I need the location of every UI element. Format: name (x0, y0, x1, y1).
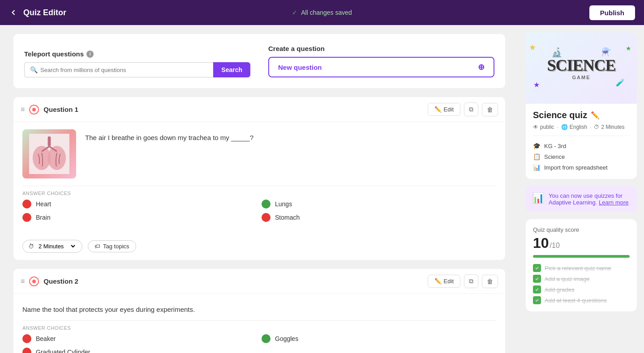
question-2-body: Name the tool that protects your eyes du… (13, 294, 505, 353)
back-button[interactable] (9, 8, 18, 17)
choice-goggles: Goggles (262, 334, 496, 343)
quiz-badges: 👁 public · 🌐 English · ⏱ 2 Minutes (533, 124, 630, 130)
eye-icon: 👁 (533, 124, 538, 130)
question-2-text: Name the tool that protects your eyes du… (22, 301, 496, 315)
adaptive-banner: 📊 You can now use quizzes for Adaptive L… (526, 186, 637, 212)
language-badge: 🌐 English (561, 124, 587, 130)
quality-items: ✓ Pick a relevant quiz name ✓ Add a quiz… (533, 264, 630, 304)
delete-button-1[interactable]: 🗑 (482, 103, 498, 116)
quiz-title-row: Science quiz ✏️ (533, 110, 630, 120)
question-1-header: ≡ Question 1 ✏️ Edit ⧉ 🗑 (13, 97, 505, 122)
duration-badge: ⏱ 2 Minutes (594, 124, 624, 130)
question-1-label: Question 1 (43, 106, 427, 113)
quality-item-3: ✓ Add grades (533, 285, 630, 293)
question-1-actions: ✏️ Edit ⧉ 🗑 (428, 102, 498, 116)
meta-rows: 🎓 KG - 3rd 📋 Science 📊 Import from sprea… (533, 136, 630, 173)
target-icon (29, 105, 39, 115)
quality-label: Quiz quality score (533, 226, 630, 233)
saved-text: All changes saved (301, 9, 352, 16)
edit-icon: ✏️ (434, 106, 442, 113)
top-section: Teleport questions i 🔍 Search Create a q… (13, 34, 505, 88)
info-icon: i (86, 51, 94, 58)
search-input-wrap: 🔍 (24, 62, 213, 77)
quiz-title: Science quiz (533, 110, 587, 120)
edit-icon-2: ✏️ (434, 278, 442, 285)
drag-handle-icon[interactable]: ≡ (21, 106, 25, 114)
question-1-text: The air I breathe in goes down my trache… (85, 129, 253, 143)
question-2-header: ≡ Question 2 ✏️ Edit ⧉ 🗑 (13, 269, 505, 294)
quiz-meta: Science quiz ✏️ 👁 public · 🌐 English · (526, 104, 637, 179)
quality-card: Quiz quality score 10 /10 ✓ Pick a relev… (526, 219, 637, 311)
delete-button-2[interactable]: 🗑 (482, 275, 498, 288)
save-status: ✓ All changes saved (292, 9, 352, 16)
choice-dot-red-2 (22, 213, 31, 222)
main-layout: Teleport questions i 🔍 Search Create a q… (0, 25, 644, 353)
copy-button-2[interactable]: ⧉ (464, 274, 478, 288)
answer-choices-label-1: answer choices (22, 186, 496, 196)
search-row: 🔍 Search (24, 62, 250, 77)
tag-topics-button-1[interactable]: 🏷 Tag topics (88, 240, 136, 252)
svg-point-3 (48, 146, 66, 170)
lang-icon: 🌐 (561, 124, 568, 130)
question-2-actions: ✏️ Edit ⧉ 🗑 (428, 274, 498, 288)
plus-icon: ⊕ (478, 62, 485, 72)
check-3: ✓ (533, 285, 541, 293)
adaptive-icon: 📊 (532, 192, 544, 204)
choices-grid-1: Heart Lungs Brain Stomach (22, 200, 496, 222)
quiz-info-card: SCIENCE GAME ★ ★ ★ 🔬 ⚗️ 🧪 Science quiz ✏… (526, 32, 637, 179)
question-card-2: ≡ Question 2 ✏️ Edit ⧉ 🗑 Name the tool t… (13, 269, 505, 353)
clock-icon-badge: ⏱ (594, 124, 599, 130)
search-icon: 🔍 (30, 66, 38, 73)
header: Quiz Editor ✓ All changes saved Publish (0, 0, 644, 25)
quality-score-value: 10 (533, 235, 549, 251)
question-1-footer: ⏱ 2 Minutes 1 Minute 30 Seconds 🏷 Tag to… (13, 235, 505, 260)
choice-lungs: Lungs (262, 200, 496, 208)
copy-button-1[interactable]: ⧉ (464, 102, 478, 116)
create-section: Create a question New question ⊕ (268, 45, 494, 77)
quality-bar-fill (533, 255, 630, 258)
time-select-1[interactable]: ⏱ 2 Minutes 1 Minute 30 Seconds (22, 240, 82, 253)
choice-dot-red (22, 200, 31, 208)
left-panel: Teleport questions i 🔍 Search Create a q… (0, 25, 519, 353)
search-button[interactable]: Search (213, 62, 250, 77)
question-2-label: Question 2 (43, 277, 427, 285)
time-dropdown-1[interactable]: 2 Minutes 1 Minute 30 Seconds (37, 242, 77, 250)
new-question-button[interactable]: New question ⊕ (268, 57, 494, 77)
grade-icon: 🎓 (533, 142, 541, 149)
question-1-content: The air I breathe in goes down my trache… (22, 129, 496, 179)
publish-button[interactable]: Publish (589, 5, 635, 20)
choice-beaker: Beaker (22, 334, 257, 343)
grade-row[interactable]: 🎓 KG - 3rd (533, 140, 630, 151)
right-panel: SCIENCE GAME ★ ★ ★ 🔬 ⚗️ 🧪 Science quiz ✏… (519, 25, 644, 353)
create-label: Create a question (268, 45, 494, 52)
visibility-badge: 👁 public (533, 124, 554, 130)
choice-heart: Heart (22, 200, 257, 208)
teleport-section: Teleport questions i 🔍 Search (24, 50, 250, 77)
choice-brain: Brain (22, 213, 257, 222)
edit-button-1[interactable]: ✏️ Edit (428, 103, 460, 116)
adaptive-text: You can now use quizzes for Adaptive Lea… (549, 192, 631, 206)
import-icon: 📊 (533, 164, 541, 171)
teleport-label: Teleport questions i (24, 50, 250, 58)
question-1-body: The air I breathe in goes down my trache… (13, 122, 505, 235)
subject-row[interactable]: 📋 Science (533, 151, 630, 162)
question-card-1: ≡ Question 1 ✏️ Edit ⧉ 🗑 (13, 97, 505, 260)
quiz-cover: SCIENCE GAME ★ ★ ★ 🔬 ⚗️ 🧪 (526, 32, 637, 104)
edit-button-2[interactable]: ✏️ Edit (428, 275, 460, 288)
drag-handle-icon-2[interactable]: ≡ (21, 277, 25, 285)
learn-more-link[interactable]: Learn more (599, 199, 628, 206)
tag-icon-1: 🏷 (94, 243, 100, 250)
question-1-image (22, 129, 76, 179)
edit-title-icon[interactable]: ✏️ (591, 111, 600, 119)
clock-icon: ⏱ (28, 243, 34, 250)
check-1: ✓ (533, 264, 541, 272)
choice-dot-red-3 (262, 213, 270, 222)
quality-item-1: ✓ Pick a relevant quiz name (533, 264, 630, 272)
quality-item-2: ✓ Add a quiz image (533, 275, 630, 283)
page-title: Quiz Editor (23, 8, 66, 17)
search-input[interactable] (40, 67, 208, 73)
quality-denom: /10 (550, 242, 560, 250)
quality-score-row: 10 /10 (533, 235, 630, 251)
choice-dot-beaker (22, 334, 31, 343)
import-row[interactable]: 📊 Import from spreadsheet (533, 162, 630, 173)
